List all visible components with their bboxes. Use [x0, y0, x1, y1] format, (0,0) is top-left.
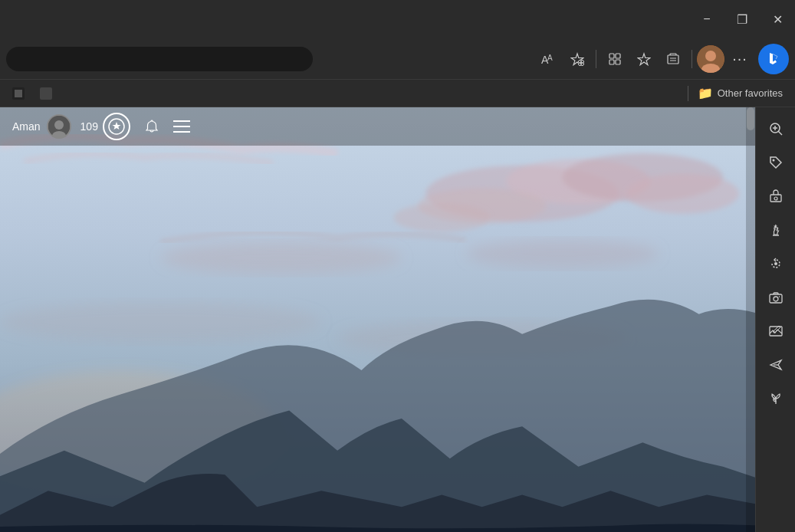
- minimize-button[interactable]: −: [689, 0, 724, 38]
- other-favorites-button[interactable]: 📁 Other favorites: [692, 84, 789, 102]
- camera-button[interactable]: [761, 282, 791, 313]
- scrollbar[interactable]: [746, 107, 755, 532]
- close-button[interactable]: ✕: [760, 0, 795, 38]
- tools-button[interactable]: [761, 181, 791, 212]
- title-bar-controls: − ❐ ✕: [689, 0, 795, 38]
- svg-point-22: [393, 203, 490, 232]
- rotate-button[interactable]: [761, 248, 791, 279]
- profile-button[interactable]: [697, 45, 724, 73]
- address-bar[interactable]: [6, 47, 313, 71]
- favorites-bar: 📁 Other favorites: [0, 80, 795, 107]
- chess-button[interactable]: [761, 215, 791, 245]
- sky-scene: [0, 107, 755, 532]
- svg-point-21: [626, 173, 739, 213]
- svg-point-40: [774, 197, 777, 200]
- msn-header: Aman 109: [0, 107, 755, 146]
- send-button[interactable]: [761, 350, 791, 380]
- nature-button[interactable]: [761, 383, 791, 414]
- svg-text:A: A: [547, 54, 553, 62]
- svg-point-23: [161, 241, 402, 274]
- fav-item-1[interactable]: [6, 86, 31, 101]
- msn-bell-button[interactable]: [140, 114, 164, 139]
- svg-point-24: [466, 239, 659, 268]
- svg-line-35: [778, 131, 782, 135]
- maximize-button[interactable]: ❐: [724, 0, 760, 38]
- msn-username: Aman: [12, 120, 41, 133]
- profile-avatar: [697, 45, 724, 73]
- msn-avatar[interactable]: [47, 114, 71, 139]
- main-content: Aman 109: [0, 107, 795, 532]
- other-favorites-label: Other favorites: [718, 87, 783, 99]
- fav-separator: [688, 86, 688, 101]
- svg-rect-7: [609, 60, 614, 64]
- msn-menu-button[interactable]: [173, 120, 190, 133]
- fav-item-2[interactable]: [34, 86, 58, 101]
- msn-trophy-badge[interactable]: [103, 113, 130, 140]
- favorites-button[interactable]: [630, 45, 658, 73]
- nav-bar: A A: [0, 38, 795, 80]
- right-sidebar: [755, 107, 795, 532]
- folder-icon: 📁: [698, 86, 713, 100]
- msn-user-section: Aman: [12, 114, 71, 139]
- more-button[interactable]: ···: [726, 45, 754, 73]
- msn-score-section: 109: [80, 113, 130, 140]
- nav-divider: [596, 50, 596, 68]
- svg-rect-5: [609, 54, 614, 58]
- msn-score-value: 109: [80, 120, 98, 133]
- svg-point-13: [705, 51, 716, 61]
- title-bar: − ❐ ✕: [0, 0, 795, 38]
- svg-rect-9: [668, 55, 678, 64]
- collections-button[interactable]: [659, 45, 687, 73]
- svg-point-43: [774, 297, 778, 301]
- svg-point-41: [774, 262, 777, 265]
- read-aloud-button[interactable]: A A: [534, 45, 562, 73]
- bing-button[interactable]: [758, 44, 789, 74]
- add-favorite-button[interactable]: [563, 45, 591, 73]
- page-area: Aman 109: [0, 107, 755, 532]
- svg-point-25: [0, 302, 321, 342]
- svg-rect-8: [616, 60, 620, 64]
- svg-point-28: [54, 120, 64, 130]
- svg-rect-6: [616, 54, 620, 58]
- image-edit-button[interactable]: [761, 316, 791, 346]
- extensions-button[interactable]: [601, 45, 629, 73]
- svg-rect-39: [770, 195, 781, 202]
- nav-divider-2: [692, 50, 692, 68]
- tag-button[interactable]: [761, 147, 791, 178]
- nav-icons-right: A A: [534, 44, 789, 74]
- svg-point-38: [772, 159, 774, 162]
- zoom-button[interactable]: [761, 113, 791, 144]
